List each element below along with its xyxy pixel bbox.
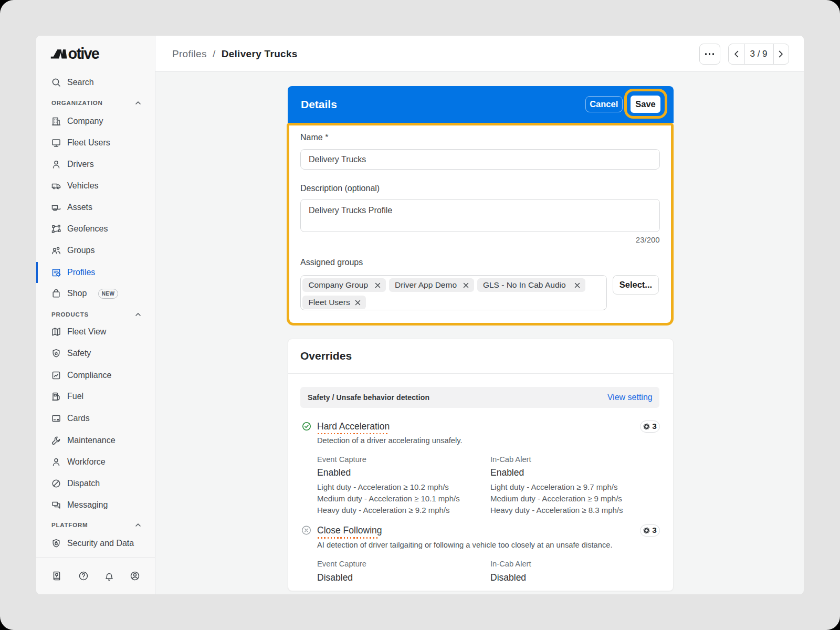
svg-text:otive: otive bbox=[68, 45, 100, 60]
